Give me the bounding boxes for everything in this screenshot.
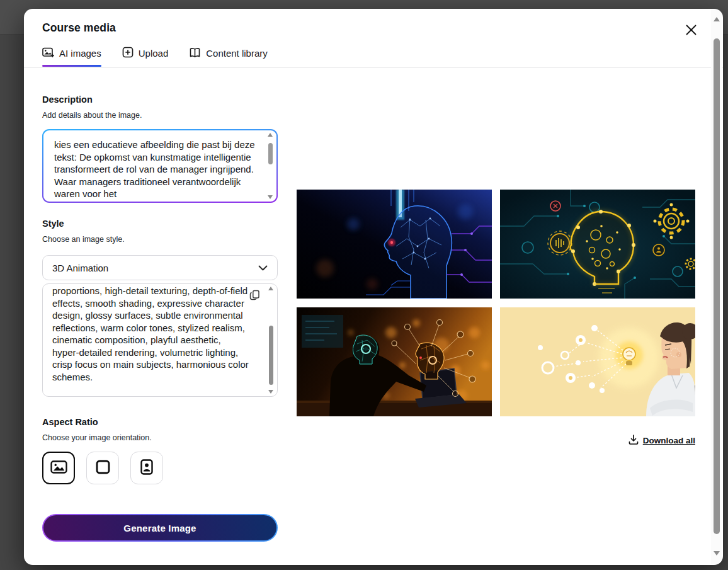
aspect-portrait-button[interactable] bbox=[130, 452, 163, 484]
tab-upload[interactable]: Upload bbox=[122, 47, 169, 67]
tab-label: Upload bbox=[139, 48, 169, 59]
generated-image-4[interactable] bbox=[500, 307, 695, 416]
portrait-person-icon bbox=[140, 459, 154, 477]
media-tabs: AI images Upload Content library bbox=[42, 47, 268, 67]
style-details-scrollbar[interactable] bbox=[268, 287, 275, 394]
close-button[interactable] bbox=[683, 23, 699, 39]
book-icon bbox=[189, 47, 201, 60]
style-dropdown-value: 3D Animation bbox=[52, 263, 108, 273]
scroll-up-icon[interactable] bbox=[268, 133, 273, 137]
scroll-up-icon[interactable] bbox=[714, 17, 720, 21]
copy-icon bbox=[249, 293, 260, 302]
ai-images-icon bbox=[42, 47, 54, 60]
square-icon bbox=[96, 460, 110, 476]
scroll-down-icon[interactable] bbox=[268, 195, 273, 199]
chevron-down-icon bbox=[258, 262, 268, 273]
tab-label: Content library bbox=[206, 48, 268, 59]
aspect-square-button[interactable] bbox=[86, 452, 119, 484]
style-label: Style bbox=[42, 219, 64, 229]
scrollbar-thumb[interactable] bbox=[714, 38, 720, 534]
upload-plus-icon bbox=[122, 47, 134, 60]
scrollbar-thumb[interactable] bbox=[269, 326, 273, 385]
description-hint: Add details about the image. bbox=[42, 111, 142, 120]
download-icon bbox=[628, 435, 639, 447]
generate-button-border: Generate Image bbox=[42, 514, 278, 542]
style-hint: Choose an image style. bbox=[42, 235, 125, 244]
course-media-modal: Course media AI images bbox=[24, 9, 723, 565]
aspect-landscape-button[interactable] bbox=[42, 452, 75, 484]
scroll-down-icon[interactable] bbox=[268, 390, 273, 394]
aspect-ratio-label: Aspect Ratio bbox=[42, 417, 98, 427]
description-field-border: kies een educatieve afbeelding die past … bbox=[42, 129, 278, 203]
scroll-down-icon[interactable] bbox=[714, 551, 720, 556]
description-scrollbar[interactable] bbox=[267, 133, 274, 199]
modal-title: Course media bbox=[42, 21, 116, 35]
download-all-label: Download all bbox=[643, 436, 695, 445]
description-input[interactable]: kies een educatieve afbeelding die past … bbox=[43, 130, 276, 202]
description-label: Description bbox=[42, 94, 93, 105]
generate-image-button[interactable]: Generate Image bbox=[43, 515, 276, 540]
style-details-box[interactable]: proportions, high-detail texturing, dept… bbox=[42, 283, 278, 397]
aspect-ratio-options bbox=[42, 452, 163, 484]
modal-scrollbar[interactable] bbox=[711, 9, 722, 564]
generated-image-1[interactable] bbox=[297, 190, 492, 299]
style-dropdown[interactable]: 3D Animation bbox=[42, 255, 278, 280]
copy-button[interactable] bbox=[248, 290, 261, 302]
generated-image-2[interactable] bbox=[500, 190, 695, 299]
tab-content-library[interactable]: Content library bbox=[189, 47, 268, 67]
scrollbar-thumb[interactable] bbox=[268, 143, 273, 164]
style-details-text: proportions, high-detail texturing, dept… bbox=[43, 283, 277, 388]
tab-ai-images[interactable]: AI images bbox=[42, 47, 101, 67]
tabs-divider bbox=[24, 67, 723, 68]
generated-images-grid bbox=[297, 190, 689, 416]
download-all-link[interactable]: Download all bbox=[628, 435, 695, 447]
landscape-image-icon bbox=[50, 460, 67, 476]
close-icon bbox=[686, 25, 697, 37]
scroll-up-icon[interactable] bbox=[268, 287, 273, 290]
generated-image-3[interactable] bbox=[297, 307, 492, 416]
aspect-ratio-hint: Choose your image orientation. bbox=[42, 433, 152, 442]
tab-label: AI images bbox=[59, 48, 101, 59]
